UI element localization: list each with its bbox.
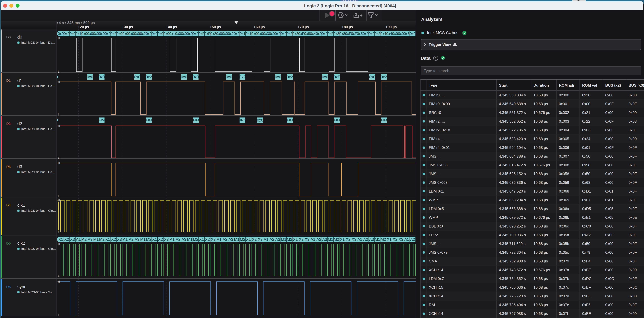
svg-text:0x2: 0x2	[292, 32, 298, 36]
svg-text:0x0: 0x0	[134, 32, 140, 36]
svg-text:X3: X3	[258, 237, 263, 242]
svg-text:X1: X1	[199, 237, 204, 242]
svg-text:0x2: 0x2	[239, 75, 246, 79]
svg-text:X1: X1	[152, 237, 157, 242]
svg-text:FIM: FIM	[146, 118, 152, 122]
svg-text:X3: X3	[398, 237, 403, 242]
svg-text:M1: M1	[140, 237, 146, 242]
svg-text:0x0: 0x0	[322, 75, 328, 79]
svg-text:0x0: 0x0	[363, 32, 368, 36]
svg-text:0x0: 0x0	[222, 32, 228, 36]
svg-text:0x0: 0x0	[99, 32, 105, 36]
svg-text:X3: X3	[164, 237, 169, 242]
svg-text:0x0: 0x0	[275, 32, 280, 36]
svg-text:0x2: 0x2	[281, 32, 286, 36]
svg-text:X2: X2	[111, 237, 116, 242]
svg-text:H: H	[58, 243, 60, 246]
svg-text:M2: M2	[287, 237, 292, 242]
svg-text:X3: X3	[352, 237, 356, 242]
svg-text:X1: X1	[246, 237, 251, 242]
svg-text:0x1: 0x1	[240, 32, 246, 36]
svg-text:0x0: 0x0	[322, 32, 328, 36]
svg-text:0x4: 0x4	[380, 32, 386, 36]
svg-text:A2: A2	[129, 237, 134, 242]
svg-text:L: L	[58, 156, 60, 159]
svg-text:M2: M2	[193, 237, 198, 242]
svg-text:0xF: 0xF	[298, 32, 304, 36]
svg-text:0x5: 0x5	[357, 32, 363, 36]
svg-text:A1: A1	[264, 237, 268, 242]
svg-text:X2: X2	[64, 237, 69, 242]
svg-text:L: L	[58, 231, 60, 234]
svg-text:4 s : 345 ms : 500 µs: 4 s : 345 ms : 500 µs	[59, 20, 95, 25]
svg-text:0x0: 0x0	[105, 32, 110, 36]
svg-text:0xF: 0xF	[110, 32, 116, 36]
svg-text:0x0: 0x0	[257, 118, 263, 122]
svg-text:A2: A2	[222, 237, 227, 242]
svg-text:FIM: FIM	[99, 118, 105, 122]
svg-text:A2: A2	[364, 237, 368, 242]
svg-text:M2: M2	[99, 237, 105, 242]
svg-text:M2: M2	[334, 237, 339, 242]
svg-text:0x0: 0x0	[193, 32, 198, 36]
svg-text:0x0: 0x0	[257, 32, 263, 36]
svg-text:0x0: 0x0	[164, 32, 169, 36]
svg-text:A3: A3	[322, 237, 327, 242]
svg-text:0x0: 0x0	[98, 75, 105, 79]
svg-text:SRC: SRC	[239, 118, 246, 122]
svg-text:A1: A1	[123, 237, 128, 242]
svg-text:X3: X3	[305, 237, 310, 242]
svg-text:M1: M1	[234, 237, 240, 242]
svg-text:0x1: 0x1	[246, 32, 251, 36]
svg-text:X2: X2	[158, 237, 163, 242]
svg-text:0x2: 0x2	[146, 75, 152, 79]
svg-text:?: ?	[435, 56, 436, 60]
svg-text:A3: A3	[134, 237, 140, 242]
svg-text:0x6: 0x6	[404, 32, 410, 36]
svg-text:M1: M1	[281, 237, 286, 242]
svg-text:0x0: 0x0	[87, 75, 93, 79]
svg-text:L: L	[58, 195, 60, 198]
svg-text:M1: M1	[93, 237, 99, 242]
svg-text:FIM: FIM	[381, 118, 387, 122]
svg-text:0x0: 0x0	[181, 75, 187, 79]
svg-text:0x0: 0x0	[116, 32, 122, 36]
svg-text:0x2: 0x2	[234, 32, 240, 36]
svg-text:0x0: 0x0	[369, 32, 374, 36]
svg-text:A2: A2	[82, 237, 87, 242]
svg-text:FIM: FIM	[287, 118, 293, 122]
svg-text:0xF: 0xF	[328, 32, 334, 36]
svg-text:0x2: 0x2	[210, 32, 216, 36]
svg-text:H: H	[58, 36, 60, 40]
svg-text:+70 µs: +70 µs	[298, 25, 309, 29]
svg-text:0x0: 0x0	[58, 32, 64, 36]
svg-text:0x2: 0x2	[374, 32, 380, 36]
svg-text:A1: A1	[76, 237, 81, 242]
svg-text:A3: A3	[228, 237, 233, 242]
svg-text:0x0: 0x0	[369, 75, 375, 79]
svg-text:M1: M1	[375, 237, 380, 242]
svg-text:0x0: 0x0	[152, 32, 158, 36]
svg-text:0x4: 0x4	[386, 32, 392, 36]
svg-text:X2: X2	[205, 237, 210, 242]
svg-text:X1: X1	[105, 237, 110, 242]
svg-text:L: L	[58, 274, 60, 278]
svg-text:A3: A3	[88, 237, 92, 242]
svg-text:L: L	[58, 314, 60, 317]
svg-text:0x2: 0x2	[140, 32, 146, 36]
svg-text:0x0: 0x0	[93, 32, 99, 36]
svg-text:X1: X1	[58, 237, 63, 242]
svg-text:A1: A1	[358, 237, 362, 242]
svg-text:0x2: 0x2	[287, 75, 293, 79]
svg-text:X2: X2	[299, 237, 304, 242]
svg-text:+80 µs: +80 µs	[342, 25, 353, 29]
svg-text:0x2: 0x2	[228, 32, 234, 36]
svg-text:0x0: 0x0	[252, 32, 257, 36]
svg-text:0x8: 0x8	[304, 32, 310, 36]
svg-text:A3: A3	[275, 237, 280, 242]
svg-text:0x0: 0x0	[187, 32, 193, 36]
svg-text:A2: A2	[176, 237, 180, 242]
svg-text:0x0: 0x0	[392, 32, 398, 36]
svg-text:H: H	[58, 80, 60, 83]
svg-text:M2: M2	[380, 237, 386, 242]
